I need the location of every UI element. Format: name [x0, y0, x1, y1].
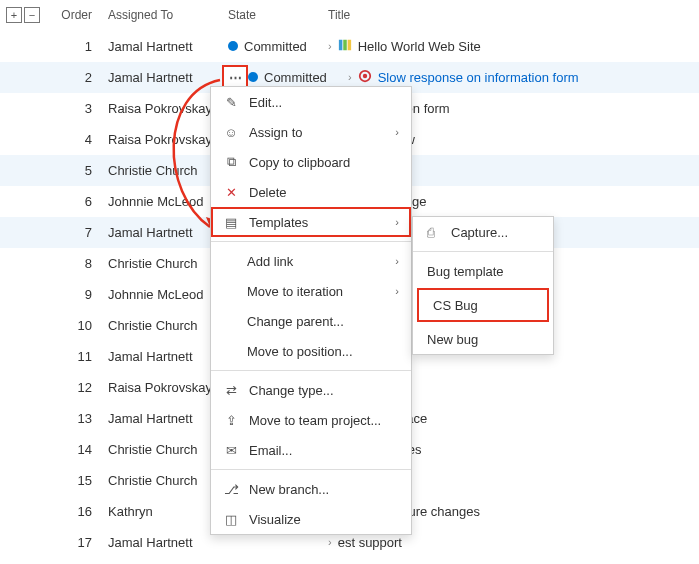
work-item-type-icon	[338, 38, 352, 55]
menu-edit[interactable]: ✎Edit...	[211, 87, 411, 117]
order-cell: 2	[42, 70, 108, 85]
order-cell: 16	[42, 504, 108, 519]
menu-delete-label: Delete	[249, 185, 287, 200]
menu-assign-label: Assign to	[249, 125, 302, 140]
menu-visualize[interactable]: ◫Visualize	[211, 504, 411, 534]
templates-icon: ▤	[223, 215, 239, 230]
chevron-right-icon: ›	[395, 285, 399, 297]
templates-submenu: ⎙Capture... Bug template CS Bug New bug	[412, 216, 554, 355]
assigned-cell: Jamal Hartnett	[108, 70, 228, 85]
menu-separator	[211, 241, 411, 242]
state-label: Committed	[244, 39, 307, 54]
submenu-capture[interactable]: ⎙Capture...	[413, 217, 553, 247]
state-label: Committed	[264, 70, 327, 85]
menu-move-team-project[interactable]: ⇪Move to team project...	[211, 405, 411, 435]
order-cell: 13	[42, 411, 108, 426]
menu-move-iteration[interactable]: Move to iteration›	[211, 276, 411, 306]
submenu-capture-label: Capture...	[451, 225, 508, 240]
chevron-right-icon: ›	[395, 255, 399, 267]
pencil-icon: ✎	[223, 95, 239, 110]
context-menu: ✎Edit... ☺Assign to› ⧉Copy to clipboard …	[210, 86, 412, 535]
expand-all-icon[interactable]: +	[6, 7, 22, 23]
menu-new-branch[interactable]: ⎇New branch...	[211, 474, 411, 504]
order-cell: 3	[42, 101, 108, 116]
menu-assign-to[interactable]: ☺Assign to›	[211, 117, 411, 147]
title-text[interactable]: Slow response on information form	[378, 70, 579, 85]
state-dot-icon	[228, 41, 238, 51]
submenu-csbug-label: CS Bug	[433, 298, 478, 313]
collapse-all-icon[interactable]: −	[24, 7, 40, 23]
move-icon: ⇪	[223, 413, 239, 428]
table-row[interactable]: 18Jamal HartnettCommitted›Check service …	[0, 558, 699, 564]
menu-delete[interactable]: ✕Delete	[211, 177, 411, 207]
delete-icon: ✕	[223, 185, 239, 200]
menu-separator	[413, 251, 553, 252]
menu-edit-label: Edit...	[249, 95, 282, 110]
menu-email-label: Email...	[249, 443, 292, 458]
state-cell: Committed	[248, 70, 348, 85]
email-icon: ✉	[223, 443, 239, 458]
chevron-right-icon: ›	[328, 40, 332, 52]
chevron-right-icon: ›	[395, 126, 399, 138]
svg-rect-1	[343, 39, 347, 50]
work-item-type-icon	[358, 69, 372, 86]
assigned-cell: Jamal Hartnett	[108, 535, 228, 550]
svg-rect-2	[347, 39, 351, 50]
menu-branch-label: New branch...	[249, 482, 329, 497]
submenu-new-bug[interactable]: New bug	[413, 324, 553, 354]
title-text: est support	[338, 535, 402, 550]
order-cell: 15	[42, 473, 108, 488]
order-cell: 11	[42, 349, 108, 364]
order-cell: 8	[42, 256, 108, 271]
order-cell: 14	[42, 442, 108, 457]
column-order[interactable]: Order	[42, 8, 108, 22]
branch-icon: ⎇	[223, 482, 239, 497]
svg-point-4	[362, 73, 366, 77]
column-state[interactable]: State	[228, 8, 328, 22]
menu-visualize-label: Visualize	[249, 512, 301, 527]
menu-separator	[211, 469, 411, 470]
menu-addlink-label: Add link	[247, 254, 293, 269]
order-cell: 7	[42, 225, 108, 240]
submenu-newbug-label: New bug	[427, 332, 478, 347]
menu-email[interactable]: ✉Email...	[211, 435, 411, 465]
visualize-icon: ◫	[223, 512, 239, 527]
order-cell: 5	[42, 163, 108, 178]
chevron-right-icon: ›	[395, 216, 399, 228]
menu-moveteam-label: Move to team project...	[249, 413, 381, 428]
menu-change-parent[interactable]: Change parent...	[211, 306, 411, 336]
assigned-cell: Jamal Hartnett	[108, 39, 228, 54]
state-dot-icon	[248, 72, 258, 82]
menu-copy[interactable]: ⧉Copy to clipboard	[211, 147, 411, 177]
state-cell: Committed	[228, 39, 328, 54]
menu-add-link[interactable]: Add link›	[211, 246, 411, 276]
menu-separator	[211, 370, 411, 371]
menu-movepos-label: Move to position...	[247, 344, 353, 359]
order-cell: 17	[42, 535, 108, 550]
chevron-right-icon: ›	[348, 71, 352, 83]
order-cell: 6	[42, 194, 108, 209]
change-type-icon: ⇄	[223, 383, 239, 398]
menu-change-type[interactable]: ⇄Change type...	[211, 375, 411, 405]
menu-copy-label: Copy to clipboard	[249, 155, 350, 170]
copy-icon: ⧉	[223, 154, 239, 170]
submenu-bug-template[interactable]: Bug template	[413, 256, 553, 286]
title-cell: ›Hello World Web Site	[328, 38, 699, 55]
menu-move-position[interactable]: Move to position...	[211, 336, 411, 366]
submenu-cs-bug[interactable]: CS Bug	[417, 288, 549, 322]
svg-rect-0	[339, 39, 343, 50]
title-cell: ›Slow response on information form	[348, 69, 699, 86]
table-row[interactable]: 1Jamal HartnettCommitted›Hello World Web…	[0, 31, 699, 62]
camera-icon: ⎙	[427, 225, 443, 240]
title-cell: ›est support	[328, 535, 699, 550]
menu-changeparent-label: Change parent...	[247, 314, 344, 329]
menu-templates[interactable]: ▤Templates›	[211, 207, 411, 237]
person-icon: ☺	[223, 125, 239, 140]
order-cell: 10	[42, 318, 108, 333]
order-cell: 1	[42, 39, 108, 54]
column-assigned[interactable]: Assigned To	[108, 8, 228, 22]
order-cell: 12	[42, 380, 108, 395]
chevron-right-icon: ›	[328, 536, 332, 548]
title-text: Hello World Web Site	[358, 39, 481, 54]
column-title[interactable]: Title	[328, 8, 699, 22]
